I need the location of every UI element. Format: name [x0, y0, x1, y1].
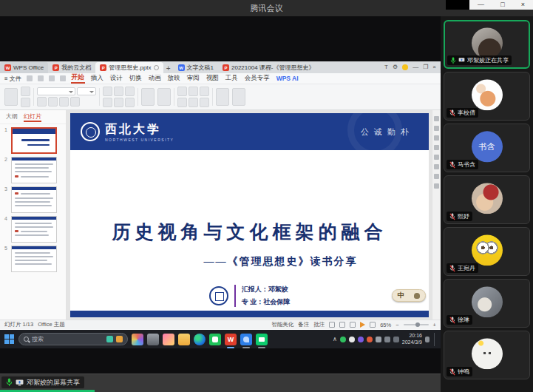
select-button[interactable] — [232, 88, 245, 106]
search-highlight-icon[interactable] — [106, 336, 113, 342]
panel-tab-slides[interactable]: 幻灯片 — [24, 112, 41, 122]
star-icon[interactable] — [434, 126, 439, 131]
file-menu[interactable]: ≡ 文件 — [4, 75, 21, 83]
underline-button[interactable] — [59, 97, 69, 107]
menu-tab-home[interactable]: 开始 — [71, 73, 85, 84]
close-button[interactable]: × — [521, 1, 525, 8]
start-button[interactable] — [4, 334, 15, 345]
slide-thumbnail[interactable]: 4 — [0, 213, 66, 243]
maximize-button[interactable]: □ — [500, 1, 504, 8]
format-painter-button[interactable] — [21, 98, 30, 107]
paste-button[interactable] — [4, 88, 18, 106]
text-tool-icon[interactable]: T — [384, 64, 388, 70]
menu-tab-transition[interactable]: 切换 — [129, 74, 143, 83]
messaging-app-icon[interactable] — [209, 334, 221, 345]
undo-icon[interactable] — [49, 75, 55, 81]
zoom-out-button[interactable]: − — [395, 322, 398, 328]
zoom-in-button[interactable]: + — [433, 322, 436, 328]
member-icon[interactable] — [402, 64, 408, 70]
print-icon[interactable] — [38, 75, 44, 81]
font-family-dropdown[interactable] — [37, 87, 75, 95]
slide-thumbnail[interactable]: 5 — [0, 243, 66, 272]
smart-beautify-button[interactable]: 智能美化 — [271, 321, 293, 328]
menu-tab-tools[interactable]: 工具 — [225, 74, 239, 83]
menu-tab-animation[interactable]: 动画 — [148, 74, 162, 83]
widgets-app-icon[interactable] — [132, 334, 143, 345]
minimize-button[interactable]: — — [478, 1, 484, 8]
notes-button[interactable]: 备注 — [298, 321, 309, 328]
menu-tab-view[interactable]: 视图 — [206, 74, 220, 83]
doc-tab-cloud[interactable]: P 我的云文档 — [48, 62, 95, 73]
slide[interactable]: 西北大学 NORTHWEST UNIVERSITY 公诚勤朴 历史视角与文化框架… — [70, 113, 429, 317]
slide-canvas[interactable]: 西北大学 NORTHWEST UNIVERSITY 公诚勤朴 历史视角与文化框架… — [67, 110, 432, 320]
wps-close-button[interactable]: × — [432, 64, 436, 70]
settings-gear-icon[interactable]: ⚙ — [393, 64, 398, 70]
find-button[interactable] — [216, 88, 229, 106]
doc-tab-writer[interactable]: W 文字文稿1 — [174, 62, 218, 73]
file-explorer-icon[interactable] — [178, 334, 190, 345]
cut-button[interactable] — [21, 87, 30, 96]
photos-app-icon[interactable] — [240, 334, 252, 345]
more-tools-icon[interactable] — [434, 174, 439, 179]
tab-options-icon[interactable] — [154, 65, 159, 70]
slide-thumbnail[interactable]: 2 — [0, 154, 66, 183]
italic-button[interactable] — [48, 97, 58, 107]
redo-icon[interactable] — [60, 75, 66, 81]
slide-sorter-icon[interactable] — [339, 322, 345, 328]
panel-tab-outline[interactable]: 大纲 — [6, 112, 18, 122]
wps-restore-button[interactable]: ❐ — [423, 64, 428, 70]
tray-purple-icon[interactable] — [358, 337, 364, 342]
comments-button[interactable]: 批注 — [313, 321, 325, 328]
menu-tab-design[interactable]: 设计 — [109, 74, 123, 83]
menu-tab-insert[interactable]: 插入 — [90, 74, 104, 83]
ime-indicator[interactable]: 中 — [392, 289, 426, 302]
battery-icon[interactable] — [393, 337, 399, 342]
menu-tab-member[interactable]: 会员专享 — [244, 74, 271, 83]
menu-tab-slideshow[interactable]: 放映 — [167, 74, 181, 83]
task-view-icon[interactable] — [147, 334, 159, 345]
normal-view-icon[interactable] — [329, 322, 335, 328]
save-icon[interactable] — [27, 75, 33, 81]
align-right-button[interactable] — [125, 87, 135, 96]
reading-view-icon[interactable] — [350, 322, 356, 328]
wps-minimize-button[interactable]: — — [413, 64, 418, 70]
comment-icon[interactable] — [434, 135, 439, 141]
align-center-button[interactable] — [114, 87, 123, 96]
numbered-list-button[interactable] — [114, 98, 123, 107]
font-size-dropdown[interactable] — [77, 87, 96, 95]
selection-pane-icon[interactable] — [434, 155, 439, 160]
new-slide-button[interactable] — [141, 88, 155, 106]
fit-window-icon[interactable] — [370, 322, 376, 328]
search-highlight-icon[interactable] — [116, 336, 123, 342]
taskbar-clock[interactable]: 20:16 2024/3/9 — [402, 333, 422, 346]
show-desktop-button[interactable] — [434, 333, 436, 346]
share-banner[interactable]: 邓絮姣的屏幕共享 — [1, 376, 84, 388]
bold-button[interactable] — [37, 97, 47, 107]
tray-green-icon[interactable] — [340, 337, 346, 342]
meeting-app-icon[interactable] — [256, 334, 268, 345]
zoom-slider[interactable] — [404, 324, 429, 325]
zoom-percent[interactable]: 65% — [380, 322, 391, 328]
tray-expand-icon[interactable]: ∧ — [333, 336, 337, 342]
menu-tab-review[interactable]: 审阅 — [186, 74, 200, 83]
menu-tab-wps-ai[interactable]: WPS AI — [276, 75, 299, 82]
align-left-button[interactable] — [103, 87, 112, 96]
tray-cloud-icon[interactable] — [349, 337, 355, 342]
participant-tile[interactable]: 熙妤 — [444, 175, 530, 224]
edge-browser-icon[interactable] — [194, 334, 206, 345]
play-slideshow-button[interactable] — [360, 322, 365, 328]
participant-tile[interactable]: 李校倩 — [444, 72, 530, 121]
tray-red-icon[interactable] — [367, 337, 373, 342]
outline-color-button[interactable] — [189, 98, 198, 107]
doc-tab-course[interactable]: P 20221004 课程-《管理思想史》 — [218, 62, 319, 73]
slide-thumbnail[interactable]: 3 — [0, 183, 66, 213]
new-tab-button[interactable]: + — [163, 63, 174, 73]
wps-taskbar-icon[interactable]: W — [225, 334, 237, 345]
wifi-icon[interactable] — [376, 337, 381, 342]
wps-home-tab[interactable]: W WPS Office — [0, 62, 48, 73]
layout-button[interactable] — [157, 88, 171, 106]
volume-icon[interactable] — [384, 337, 390, 342]
collapse-icon[interactable] — [434, 183, 439, 189]
shape-button[interactable] — [177, 87, 187, 96]
bullet-list-button[interactable] — [103, 98, 112, 107]
